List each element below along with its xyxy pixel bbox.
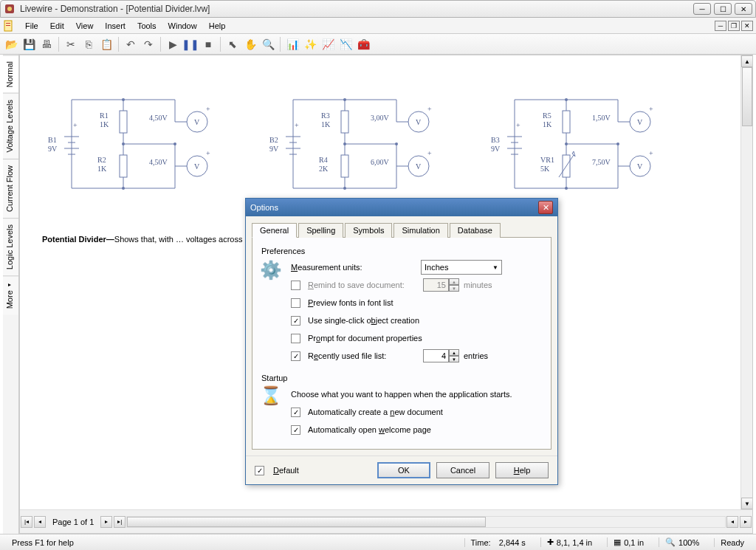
svg-text:+: + xyxy=(649,105,653,113)
dialog-tabs: General Spelling Symbols Simulation Data… xyxy=(252,222,551,238)
menu-file[interactable]: File xyxy=(19,20,44,32)
chart3-icon[interactable]: 📉 xyxy=(337,36,354,52)
scroll-right-icon[interactable]: ▸ xyxy=(740,516,752,528)
cut-icon[interactable]: ✂ xyxy=(63,36,79,52)
pointer-icon[interactable]: ⬉ xyxy=(224,36,241,52)
mdi-restore-button[interactable]: ❐ xyxy=(728,21,740,31)
recent-files-checkbox[interactable] xyxy=(291,351,300,361)
svg-point-1 xyxy=(7,7,12,11)
last-page-icon[interactable]: ▸| xyxy=(114,516,126,528)
pause-icon[interactable]: ❚❚ xyxy=(182,36,199,52)
scroll-left-icon[interactable]: ◂ xyxy=(726,516,738,528)
circuit-3[interactable]: B3 9V + R5 1K VR1 5K V + 1,50V V + 7,50V xyxy=(485,78,670,210)
svg-text:R1: R1 xyxy=(100,111,109,120)
auto-new-checkbox[interactable] xyxy=(291,408,300,417)
redo-icon[interactable]: ↷ xyxy=(140,36,157,52)
menu-insert[interactable]: Insert xyxy=(99,20,131,32)
svg-text:V: V xyxy=(637,162,643,171)
open-icon[interactable]: 📂 xyxy=(3,36,19,52)
tab-more[interactable]: More xyxy=(3,275,18,314)
wizard-icon[interactable]: ✨ xyxy=(302,36,318,52)
tab-logic-levels[interactable]: Logic Levels xyxy=(3,218,18,275)
recent-files-label: Recently used file list: xyxy=(308,351,419,360)
vertical-scrollbar[interactable]: ▲ ▼ xyxy=(740,55,752,509)
svg-text:1K: 1K xyxy=(543,120,552,128)
status-ready: Ready xyxy=(714,538,750,547)
save-icon[interactable]: 💾 xyxy=(21,36,37,52)
copy-icon[interactable]: ⎘ xyxy=(80,36,97,52)
dialog-title: Options xyxy=(250,203,538,212)
default-label: Default xyxy=(273,466,299,475)
measurement-units-select[interactable]: Inches▼ xyxy=(421,260,502,275)
svg-text:VR1: VR1 xyxy=(540,156,554,164)
hand-icon[interactable]: ✋ xyxy=(242,36,258,52)
dialog-close-button[interactable]: ✕ xyxy=(538,201,553,214)
svg-text:V: V xyxy=(194,162,200,171)
mdi-close-button[interactable]: ✕ xyxy=(741,21,753,31)
tab-spelling[interactable]: Spelling xyxy=(298,223,343,238)
recent-files-spinner[interactable]: ▲▼ xyxy=(423,349,459,362)
tab-voltage-levels[interactable]: Voltage Levels xyxy=(3,93,18,159)
first-page-icon[interactable]: |◂ xyxy=(21,516,32,528)
menu-tools[interactable]: Tools xyxy=(131,20,162,32)
tab-database[interactable]: Database xyxy=(450,223,501,238)
svg-text:+: + xyxy=(427,105,432,113)
prev-page-icon[interactable]: ◂ xyxy=(34,516,46,528)
preferences-heading: Preferences xyxy=(261,247,542,255)
svg-text:5K: 5K xyxy=(540,165,550,173)
scroll-thumb[interactable] xyxy=(742,67,752,126)
single-click-checkbox[interactable] xyxy=(291,316,300,326)
circuit-1[interactable]: B1 9V + R1 1K R2 1K V + 4,50V V + 4,50V xyxy=(42,78,227,210)
scroll-down-icon[interactable]: ▼ xyxy=(741,498,753,509)
mdi-minimize-button[interactable]: ─ xyxy=(715,21,726,31)
svg-text:1K: 1K xyxy=(100,120,109,128)
tab-general[interactable]: General xyxy=(252,223,297,238)
cancel-button[interactable]: Cancel xyxy=(436,462,489,478)
ok-button[interactable]: OK xyxy=(377,462,430,478)
svg-rect-62 xyxy=(563,111,570,133)
svg-text:B3: B3 xyxy=(491,136,500,144)
auto-welcome-checkbox[interactable] xyxy=(291,425,300,435)
default-checkbox[interactable] xyxy=(255,466,264,475)
menu-view[interactable]: View xyxy=(70,20,100,32)
menu-help[interactable]: Help xyxy=(203,20,232,32)
tab-current-flow[interactable]: Current Flow xyxy=(3,159,18,218)
svg-point-53 xyxy=(343,187,346,190)
preview-fonts-checkbox[interactable] xyxy=(291,298,300,308)
prompt-props-checkbox[interactable] xyxy=(291,334,300,343)
paste-icon[interactable]: 📋 xyxy=(98,36,114,52)
horizontal-scrollbar[interactable] xyxy=(126,516,726,528)
toolbox-icon[interactable]: 🧰 xyxy=(355,36,371,52)
hscroll-thumb[interactable] xyxy=(127,517,486,527)
tab-normal[interactable]: Normal xyxy=(3,55,18,93)
startup-icon: ⌛ xyxy=(260,385,284,409)
svg-rect-37 xyxy=(341,111,348,133)
svg-text:+: + xyxy=(649,149,653,157)
play-icon[interactable]: ▶ xyxy=(165,36,181,52)
scroll-up-icon[interactable]: ▲ xyxy=(741,55,753,67)
tab-symbols[interactable]: Symbols xyxy=(345,223,392,238)
svg-text:V: V xyxy=(194,118,200,126)
stop-icon[interactable]: ■ xyxy=(200,36,216,52)
svg-text:+: + xyxy=(295,121,299,129)
app-icon xyxy=(4,3,16,15)
prompt-props-label: Prompt for document properties xyxy=(308,334,422,343)
print-icon[interactable]: 🖶 xyxy=(38,36,55,52)
next-page-icon[interactable]: ▸ xyxy=(100,516,112,528)
menu-edit[interactable]: Edit xyxy=(44,20,70,32)
circuit-2[interactable]: B2 9V + R3 1K R4 2K V + 3,00V V + 6,00V xyxy=(264,78,448,210)
undo-icon[interactable]: ↶ xyxy=(123,36,139,52)
chart-icon[interactable]: 📊 xyxy=(284,36,300,52)
help-button[interactable]: Help xyxy=(495,462,549,478)
measurement-units-label: Measurement units: xyxy=(291,263,416,272)
chart2-icon[interactable]: 📈 xyxy=(320,36,336,52)
svg-point-54 xyxy=(395,142,398,145)
menu-window[interactable]: Window xyxy=(162,20,203,32)
tab-simulation[interactable]: Simulation xyxy=(394,223,447,238)
zoom-icon[interactable]: 🔍 xyxy=(260,36,276,52)
svg-text:+: + xyxy=(73,121,78,129)
close-button[interactable]: ✕ xyxy=(735,3,752,15)
minimize-button[interactable]: ─ xyxy=(693,3,711,15)
maximize-button[interactable]: ☐ xyxy=(714,3,732,15)
dialog-titlebar[interactable]: Options ✕ xyxy=(246,199,557,216)
